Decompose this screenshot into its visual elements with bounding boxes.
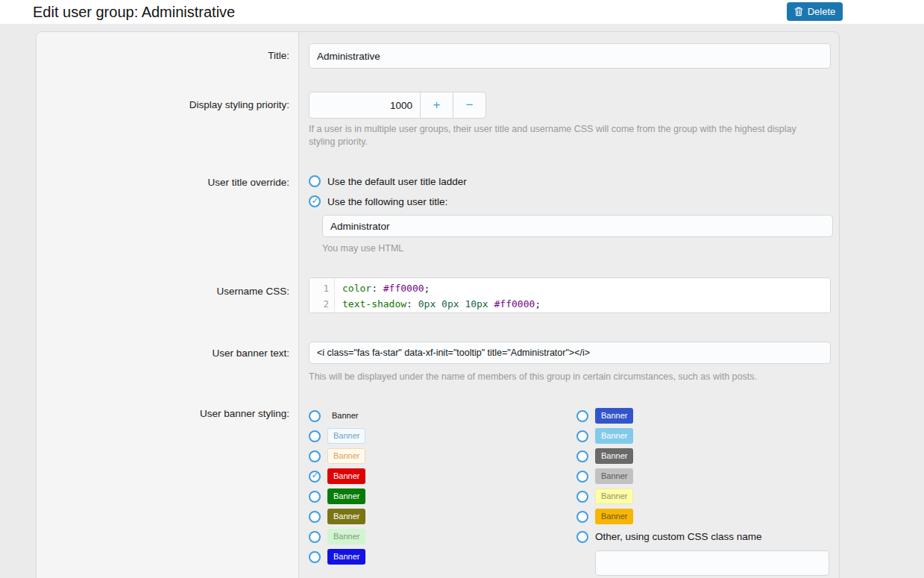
banner-style-option-none[interactable]: Banner (309, 406, 576, 426)
banner-preview-none: Banner (327, 408, 364, 424)
priority-label: Display styling priority: (37, 92, 300, 148)
top-bar: Edit user group: Administrative Delete (0, 0, 924, 24)
row-display-styling-priority: Display styling priority: + − If a user … (37, 92, 839, 148)
radio-unchecked-icon[interactable] (309, 531, 321, 543)
priority-input[interactable] (309, 92, 420, 118)
delete-button[interactable]: Delete (787, 2, 843, 21)
radio-unchecked-icon[interactable] (576, 410, 588, 422)
user-title-custom-option-label: Use the following user title: (327, 196, 447, 207)
title-input[interactable] (309, 43, 831, 69)
username-css-code-editor[interactable]: 12 color: #ff0000;text-shadow: 0px 0px 1… (309, 277, 831, 313)
delete-button-label: Delete (808, 6, 836, 17)
row-title: Title: (37, 43, 839, 69)
user-banner-text-input[interactable] (309, 342, 831, 364)
radio-checked-icon[interactable] (309, 471, 321, 483)
radio-unchecked-icon[interactable] (576, 491, 588, 503)
row-user-banner-styling: User banner styling: BannerBannerBannerB… (37, 406, 839, 576)
banner-style-option-olive[interactable]: Banner (309, 506, 576, 527)
radio-unchecked-icon[interactable] (309, 410, 321, 422)
banner-style-option-other[interactable]: Other, using custom CSS class name (576, 527, 831, 547)
radio-unchecked-icon[interactable] (309, 430, 321, 442)
banner-preview-royal-blue: Banner (595, 408, 633, 424)
banner-style-option-red[interactable]: Banner (309, 466, 576, 486)
user-banner-styling-label: User banner styling: (37, 406, 300, 576)
banner-style-option-sky-blue[interactable]: Banner (576, 426, 831, 446)
banner-preview-accent: Banner (327, 448, 365, 464)
banner-style-option-orange[interactable]: Banner (576, 506, 831, 527)
banner-style-option-silver[interactable]: Banner (576, 466, 831, 486)
user-title-hint: You may use HTML (322, 243, 833, 254)
banner-style-option-primary[interactable]: Banner (309, 426, 576, 446)
code-editor-line-numbers: 12 (309, 278, 335, 312)
code-editor-content[interactable]: color: #ff0000;text-shadow: 0px 0px 10px… (335, 278, 541, 312)
banner-preview-yellow: Banner (595, 489, 633, 504)
radio-unchecked-icon[interactable] (309, 511, 321, 523)
row-username-css: Username CSS: 12 color: #ff0000;text-sha… (37, 277, 839, 313)
banner-preview-primary: Banner (327, 428, 365, 444)
radio-unchecked-icon[interactable] (576, 471, 588, 483)
banner-preview-green: Banner (327, 489, 365, 504)
edit-user-group-form: Title: Display styling priority: + − If … (36, 31, 840, 578)
user-title-custom-option[interactable]: Use the following user title: (309, 195, 833, 208)
username-css-label: Username CSS: (37, 277, 300, 313)
banner-style-option-green[interactable]: Banner (309, 486, 576, 506)
banner-preview-sky-blue: Banner (595, 428, 633, 444)
priority-explain-text: If a user is in multiple user groups, th… (309, 123, 825, 148)
row-user-banner-text: User banner text: This will be displayed… (37, 342, 839, 383)
radio-unchecked-icon[interactable] (576, 450, 588, 462)
row-user-title-override: User title override: Use the default use… (37, 175, 839, 254)
banner-preview-silver: Banner (595, 468, 633, 484)
banner-style-option-accent[interactable]: Banner (309, 446, 576, 466)
banner-style-option-gray[interactable]: Banner (576, 446, 831, 466)
banner-style-option-light-green[interactable]: Banner (309, 527, 576, 547)
priority-increment-button[interactable]: + (420, 92, 453, 118)
banner-style-other-label: Other, using custom CSS class name (595, 531, 762, 542)
banner-style-option-yellow[interactable]: Banner (576, 486, 831, 506)
page-title: Edit user group: Administrative (33, 4, 235, 21)
banner-preview-olive: Banner (327, 509, 365, 524)
banner-preview-gray: Banner (595, 448, 633, 464)
priority-number-stepper: + − (309, 92, 486, 119)
code-line: text-shadow: 0px 0px 10px #ff0000; (342, 296, 541, 312)
radio-unchecked-icon[interactable] (309, 551, 321, 563)
line-number: 1 (309, 280, 329, 296)
banner-preview-light-green: Banner (327, 529, 365, 544)
custom-css-class-input[interactable] (595, 550, 829, 576)
trash-icon (794, 7, 803, 16)
banner-preview-blue: Banner (327, 549, 365, 565)
banner-preview-orange: Banner (595, 509, 633, 524)
radio-unchecked-icon[interactable] (309, 175, 321, 187)
user-title-input[interactable] (322, 215, 833, 237)
user-title-default-option-label: Use the default user title ladder (327, 176, 467, 187)
user-title-override-label: User title override: (37, 175, 300, 254)
banner-style-column-left: BannerBannerBannerBannerBannerBannerBann… (309, 406, 576, 567)
banner-preview-red: Banner (327, 468, 365, 484)
radio-unchecked-icon[interactable] (309, 491, 321, 503)
title-label: Title: (37, 43, 300, 69)
code-line: color: #ff0000; (342, 280, 541, 296)
radio-unchecked-icon[interactable] (576, 430, 588, 442)
priority-decrement-button[interactable]: − (453, 92, 485, 118)
radio-checked-icon[interactable] (309, 195, 321, 207)
user-banner-text-label: User banner text: (37, 342, 300, 383)
banner-style-column-right: BannerBannerBannerBannerBannerBannerOthe… (576, 406, 831, 576)
banner-style-option-royal-blue[interactable]: Banner (576, 406, 831, 426)
radio-unchecked-icon[interactable] (576, 531, 588, 543)
radio-unchecked-icon[interactable] (576, 511, 588, 523)
user-title-default-option[interactable]: Use the default user title ladder (309, 175, 833, 188)
user-banner-text-explain: This will be displayed under the name of… (309, 371, 831, 383)
radio-unchecked-icon[interactable] (309, 450, 321, 462)
line-number: 2 (309, 296, 329, 312)
banner-style-option-blue[interactable]: Banner (309, 547, 576, 567)
